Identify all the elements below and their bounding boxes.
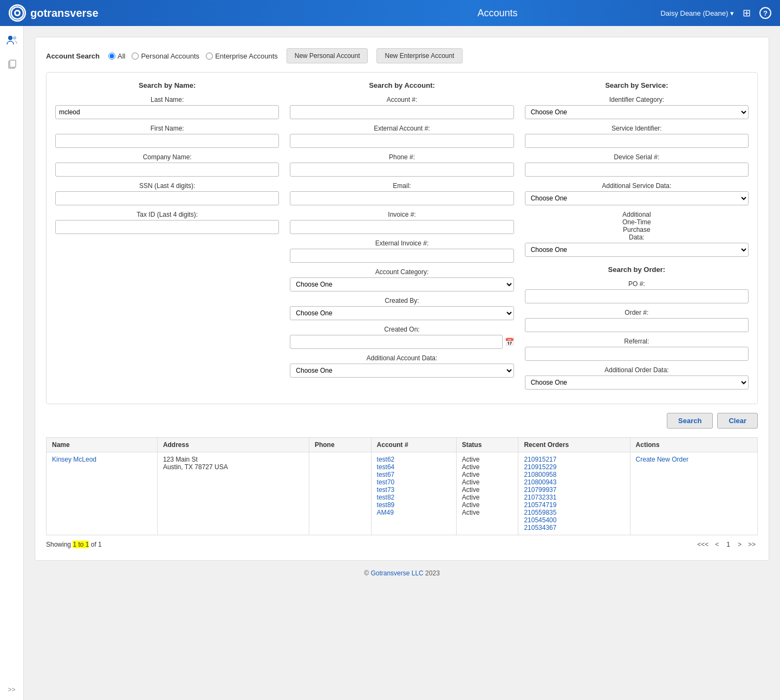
- device-serial-input[interactable]: [525, 163, 749, 177]
- external-invoice-input[interactable]: [290, 249, 514, 263]
- account-num-input[interactable]: [290, 105, 514, 119]
- pagination-prev[interactable]: <: [713, 540, 721, 549]
- account-link[interactable]: test73: [377, 486, 395, 494]
- tax-id-label: Tax ID (Last 4 digits):: [55, 211, 279, 218]
- search-button[interactable]: Search: [667, 413, 713, 429]
- search-type-row: Account Search All Personal Accounts Ent…: [46, 48, 758, 63]
- external-account-input[interactable]: [290, 134, 514, 148]
- row-phone: [309, 452, 371, 535]
- invoice-label: Invoice #:: [290, 211, 514, 218]
- pagination-first[interactable]: <<<: [695, 540, 711, 549]
- order-link[interactable]: 210800958: [524, 471, 556, 478]
- col-account: Account #: [371, 438, 456, 452]
- last-name-group: Last Name:: [55, 96, 279, 119]
- order-link[interactable]: 210799937: [524, 486, 556, 494]
- identifier-category-select[interactable]: Choose One: [525, 105, 749, 119]
- additional-account-data-group: Additional Account Data: Choose One: [290, 354, 514, 378]
- invoice-input[interactable]: [290, 220, 514, 234]
- account-num-group: Account #:: [290, 96, 514, 119]
- search-by-account-col: Search by Account: Account #: External A…: [290, 81, 514, 395]
- order-link[interactable]: 210574719: [524, 501, 556, 509]
- additional-order-data-select[interactable]: Choose One: [525, 375, 749, 390]
- radio-enterprise-input[interactable]: [206, 53, 213, 60]
- created-by-select[interactable]: Choose One: [290, 306, 514, 320]
- account-link[interactable]: test62: [377, 456, 395, 463]
- company-name-input[interactable]: [55, 163, 279, 177]
- order-link[interactable]: 210534367: [524, 524, 556, 532]
- pagination-next[interactable]: >: [736, 540, 744, 549]
- radio-enterprise[interactable]: Enterprise Accounts: [206, 52, 278, 60]
- referral-input[interactable]: [525, 347, 749, 361]
- order-link[interactable]: 210545400: [524, 516, 556, 524]
- po-group: PO #:: [525, 280, 749, 303]
- additional-service-data-label: Additional Service Data:: [525, 182, 749, 190]
- pagination-showing: Showing 1 to 1 of 1: [46, 541, 102, 548]
- created-on-input[interactable]: [290, 335, 502, 349]
- account-link[interactable]: test89: [377, 501, 395, 509]
- external-invoice-group: External Invoice #:: [290, 239, 514, 263]
- ssn-label: SSN (Last 4 digits):: [55, 182, 279, 190]
- service-identifier-group: Service Identifier:: [525, 125, 749, 148]
- svg-point-3: [16, 11, 19, 15]
- search-by-service-title: Search by Service:: [525, 81, 749, 89]
- sidebar-expand[interactable]: >>: [8, 686, 15, 693]
- additional-account-data-select[interactable]: Choose One: [290, 364, 514, 378]
- tax-id-input[interactable]: [55, 220, 279, 234]
- copy-icon[interactable]: [4, 56, 20, 72]
- table-header: Name Address Phone Account # Status Rece…: [47, 438, 758, 452]
- radio-personal-input[interactable]: [132, 53, 139, 60]
- account-category-select[interactable]: Choose One: [290, 277, 514, 291]
- table-body: Kinsey McLeod 123 Main StAustin, TX 7872…: [47, 452, 758, 535]
- footer-year: 2023: [425, 569, 440, 577]
- users-icon[interactable]: [4, 33, 20, 48]
- account-link[interactable]: test70: [377, 478, 395, 486]
- phone-input[interactable]: [290, 163, 514, 177]
- account-link[interactable]: test82: [377, 494, 395, 501]
- radio-group: All Personal Accounts Enterprise Account…: [108, 52, 278, 60]
- ssn-input[interactable]: [55, 191, 279, 205]
- calendar-icon[interactable]: 📅: [505, 338, 514, 346]
- col-phone: Phone: [309, 438, 371, 452]
- create-new-order-link[interactable]: Create New Order: [636, 456, 688, 463]
- po-input[interactable]: [525, 289, 749, 303]
- first-name-group: First Name:: [55, 125, 279, 148]
- search-by-service-order-col: Search by Service: Identifier Category: …: [525, 81, 749, 395]
- pagination-last[interactable]: >>: [746, 540, 758, 549]
- additional-otp-select[interactable]: Choose One: [525, 243, 749, 257]
- search-by-account-title: Search by Account:: [290, 81, 514, 89]
- radio-personal[interactable]: Personal Accounts: [132, 52, 199, 60]
- email-label: Email:: [290, 182, 514, 190]
- account-link[interactable]: test64: [377, 463, 395, 471]
- clear-button[interactable]: Clear: [717, 413, 758, 429]
- tax-id-group: Tax ID (Last 4 digits):: [55, 211, 279, 234]
- last-name-label: Last Name:: [55, 96, 279, 103]
- new-enterprise-account-button[interactable]: New Enterprise Account: [376, 48, 462, 63]
- last-name-input[interactable]: [55, 105, 279, 119]
- account-link[interactable]: test67: [377, 471, 395, 478]
- email-input[interactable]: [290, 191, 514, 205]
- order-link[interactable]: 210915229: [524, 463, 556, 471]
- additional-service-data-select[interactable]: Choose One: [525, 191, 749, 205]
- order-link[interactable]: 210915217: [524, 456, 556, 463]
- pagination-row: Showing 1 to 1 of 1 <<< < 1 > >>: [46, 540, 758, 549]
- order-link[interactable]: 210559835: [524, 509, 556, 516]
- grid-icon[interactable]: ⊞: [743, 7, 751, 19]
- referral-label: Referral:: [525, 338, 749, 345]
- name-link[interactable]: Kinsey McLeod: [52, 456, 96, 463]
- new-personal-account-button[interactable]: New Personal Account: [287, 48, 368, 63]
- sidebar: >>: [0, 26, 24, 700]
- order-link[interactable]: 210732331: [524, 494, 556, 501]
- first-name-input[interactable]: [55, 134, 279, 148]
- radio-all[interactable]: All: [108, 52, 125, 60]
- order-link[interactable]: 210800943: [524, 478, 556, 486]
- user-menu[interactable]: Daisy Deane (Deane) ▾: [660, 9, 734, 17]
- service-identifier-input[interactable]: [525, 134, 749, 148]
- order-input[interactable]: [525, 318, 749, 332]
- help-icon[interactable]: ?: [759, 7, 771, 19]
- account-link[interactable]: AM49: [377, 509, 394, 516]
- footer-link[interactable]: Gotransverse LLC: [370, 569, 423, 577]
- radio-all-input[interactable]: [108, 53, 115, 60]
- created-by-label: Created By:: [290, 297, 514, 304]
- content-card: Account Search All Personal Accounts Ent…: [35, 37, 769, 561]
- results-table: Name Address Phone Account # Status Rece…: [46, 437, 758, 535]
